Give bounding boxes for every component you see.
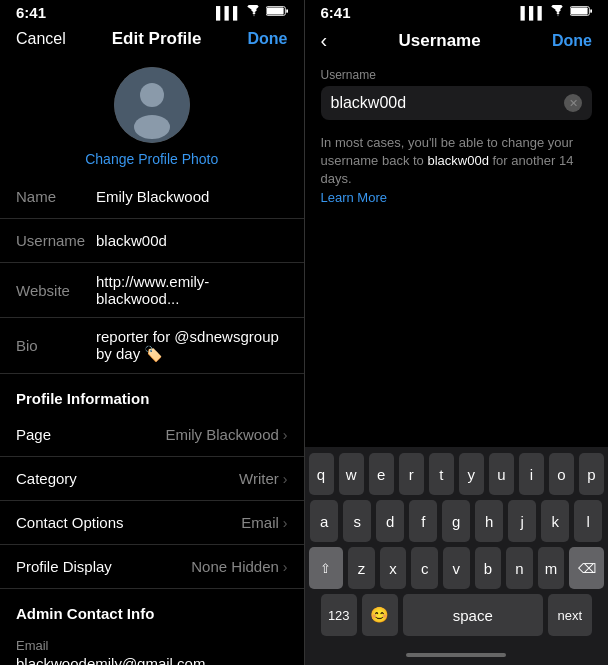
name-value: Emily Blackwood xyxy=(96,188,288,205)
contact-options-label: Contact Options xyxy=(16,514,241,531)
username-value: blackw00d xyxy=(96,232,288,249)
edit-profile-title: Edit Profile xyxy=(112,29,202,49)
profile-display-nav-row[interactable]: Profile Display None Hidden › xyxy=(0,545,304,589)
key-n[interactable]: n xyxy=(506,547,533,589)
username-info-text: In most cases, you'll be able to change … xyxy=(305,124,609,217)
key-z[interactable]: z xyxy=(348,547,375,589)
key-o[interactable]: o xyxy=(549,453,574,495)
username-field-label: Username xyxy=(321,68,593,82)
website-value: http://www.emily-blackwood... xyxy=(96,273,288,307)
key-r[interactable]: r xyxy=(399,453,424,495)
emoji-key[interactable]: 😊 xyxy=(362,594,398,636)
key-x[interactable]: x xyxy=(380,547,407,589)
next-key[interactable]: next xyxy=(548,594,592,636)
key-s[interactable]: s xyxy=(343,500,371,542)
svg-rect-1 xyxy=(266,7,283,14)
keyboard-row-3: ⇧ z x c v b n m ⌫ xyxy=(309,547,605,589)
delete-key[interactable]: ⌫ xyxy=(569,547,604,589)
key-y[interactable]: y xyxy=(459,453,484,495)
key-m[interactable]: m xyxy=(538,547,565,589)
battery-icon xyxy=(570,5,592,20)
back-button[interactable]: ‹ xyxy=(321,29,328,52)
key-w[interactable]: w xyxy=(339,453,364,495)
right-panel: 6:41 ▌▌▌ ‹ Username Done Username ✕ In m… xyxy=(305,0,609,665)
key-p[interactable]: p xyxy=(579,453,604,495)
category-nav-row[interactable]: Category Writer › xyxy=(0,457,304,501)
admin-email-label: Email xyxy=(16,638,288,653)
wifi-icon xyxy=(550,5,566,20)
status-icons-left: ▌▌▌ xyxy=(216,5,288,20)
key-h[interactable]: h xyxy=(475,500,503,542)
profile-display-value: None Hidden xyxy=(191,558,279,575)
page-nav-row[interactable]: Page Emily Blackwood › xyxy=(0,413,304,457)
battery-icon xyxy=(266,5,288,20)
key-b[interactable]: b xyxy=(475,547,502,589)
clear-input-button[interactable]: ✕ xyxy=(564,94,582,112)
time-right: 6:41 xyxy=(321,4,351,21)
left-top-nav: Cancel Edit Profile Done xyxy=(0,23,304,57)
key-l[interactable]: l xyxy=(574,500,602,542)
key-c[interactable]: c xyxy=(411,547,438,589)
username-input-row: ✕ xyxy=(321,86,593,120)
chevron-icon: › xyxy=(283,427,288,443)
cancel-button[interactable]: Cancel xyxy=(16,30,66,48)
key-j[interactable]: j xyxy=(508,500,536,542)
admin-email-row: Email blackwoodemily@gmail.com xyxy=(0,628,304,665)
key-u[interactable]: u xyxy=(489,453,514,495)
username-section: Username ✕ xyxy=(305,60,609,124)
key-d[interactable]: d xyxy=(376,500,404,542)
username-page-title: Username xyxy=(398,31,480,51)
key-t[interactable]: t xyxy=(429,453,454,495)
keyboard: q w e r t y u i o p a s d f g h j k l ⇧ … xyxy=(305,447,609,645)
bio-field-row: Bio reporter for @sdnewsgroup by day 🏷️ xyxy=(0,318,304,374)
change-photo-button[interactable]: Change Profile Photo xyxy=(85,151,218,167)
page-value: Emily Blackwood xyxy=(165,426,278,443)
time-left: 6:41 xyxy=(16,4,46,21)
key-f[interactable]: f xyxy=(409,500,437,542)
key-g[interactable]: g xyxy=(442,500,470,542)
shift-key[interactable]: ⇧ xyxy=(309,547,344,589)
bottom-bar xyxy=(305,645,609,665)
chevron-icon: › xyxy=(283,471,288,487)
space-key[interactable]: space xyxy=(403,594,543,636)
numbers-key[interactable]: 123 xyxy=(321,594,357,636)
key-i[interactable]: i xyxy=(519,453,544,495)
contact-options-nav-row[interactable]: Contact Options Email › xyxy=(0,501,304,545)
svg-rect-2 xyxy=(286,9,288,13)
contact-options-value: Email xyxy=(241,514,279,531)
signal-icon: ▌▌▌ xyxy=(520,6,546,20)
key-q[interactable]: q xyxy=(309,453,334,495)
profile-info-header: Profile Information xyxy=(0,374,304,413)
status-bar-right: 6:41 ▌▌▌ xyxy=(305,0,609,23)
keyboard-row-4: 123 😊 space next xyxy=(309,594,605,636)
name-label: Name xyxy=(16,188,96,205)
done-button-left[interactable]: Done xyxy=(247,30,287,48)
chevron-icon: › xyxy=(283,515,288,531)
svg-point-5 xyxy=(134,115,170,139)
category-value: Writer xyxy=(239,470,279,487)
svg-rect-7 xyxy=(571,7,588,14)
website-label: Website xyxy=(16,282,96,299)
info-username-highlight: blackw00d xyxy=(427,153,488,168)
bio-label: Bio xyxy=(16,337,96,354)
bio-value: reporter for @sdnewsgroup by day 🏷️ xyxy=(96,328,288,363)
username-input[interactable] xyxy=(331,94,565,112)
admin-email-value: blackwoodemily@gmail.com xyxy=(16,655,288,665)
avatar[interactable] xyxy=(114,67,190,143)
status-bar-left: 6:41 ▌▌▌ xyxy=(0,0,304,23)
name-field-row: Name Emily Blackwood xyxy=(0,175,304,219)
key-v[interactable]: v xyxy=(443,547,470,589)
svg-point-4 xyxy=(140,83,164,107)
done-button-right[interactable]: Done xyxy=(552,32,592,50)
profile-fields: Name Emily Blackwood Username blackw00d … xyxy=(0,175,304,665)
keyboard-row-2: a s d f g h j k l xyxy=(309,500,605,542)
right-top-nav: ‹ Username Done xyxy=(305,23,609,60)
key-e[interactable]: e xyxy=(369,453,394,495)
signal-icon: ▌▌▌ xyxy=(216,6,242,20)
learn-more-link[interactable]: Learn More xyxy=(321,190,387,205)
key-k[interactable]: k xyxy=(541,500,569,542)
svg-rect-8 xyxy=(590,9,592,13)
key-a[interactable]: a xyxy=(310,500,338,542)
admin-contact-header: Admin Contact Info xyxy=(0,589,304,628)
profile-photo-section: Change Profile Photo xyxy=(0,57,304,175)
